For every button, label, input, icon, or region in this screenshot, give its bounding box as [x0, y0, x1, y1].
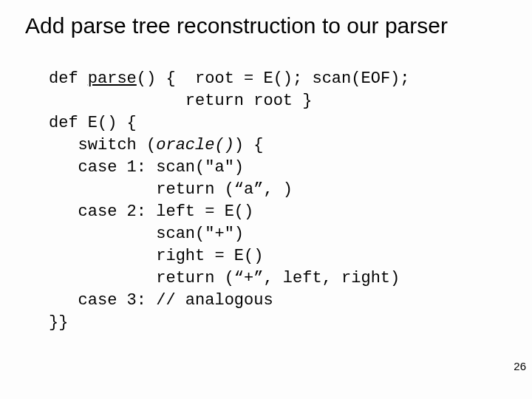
code-line-4a: switch ( [49, 136, 156, 154]
code-line-9: right = E() [49, 247, 263, 265]
code-line-4c: ) { [234, 136, 264, 154]
code-line-10: return (“+”, left, right) [49, 269, 400, 287]
code-line-8: scan("+") [49, 225, 244, 243]
code-line-1a: def [49, 69, 88, 88]
code-line-6: return (“a”, ) [49, 180, 293, 199]
slide-title: Add parse tree reconstruction to our par… [25, 13, 448, 38]
code-line-7: case 2: left = E() [49, 202, 253, 221]
page-number: 26 [514, 360, 526, 372]
slide: Add parse tree reconstruction to our par… [0, 0, 532, 399]
code-line-4b-italic: oracle() [156, 136, 234, 154]
code-line-3: def E() { [49, 114, 137, 132]
code-block: def parse() { root = E(); scan(EOF); ret… [49, 68, 410, 334]
code-line-2: return root } [49, 92, 312, 110]
code-line-1b-underline: parse [88, 69, 137, 88]
code-line-11: case 3: // analogous [49, 291, 273, 310]
code-line-1c: () { root = E(); scan(EOF); [137, 69, 410, 88]
code-line-5: case 1: scan("a") [49, 158, 244, 177]
code-line-12: }} [49, 313, 68, 332]
